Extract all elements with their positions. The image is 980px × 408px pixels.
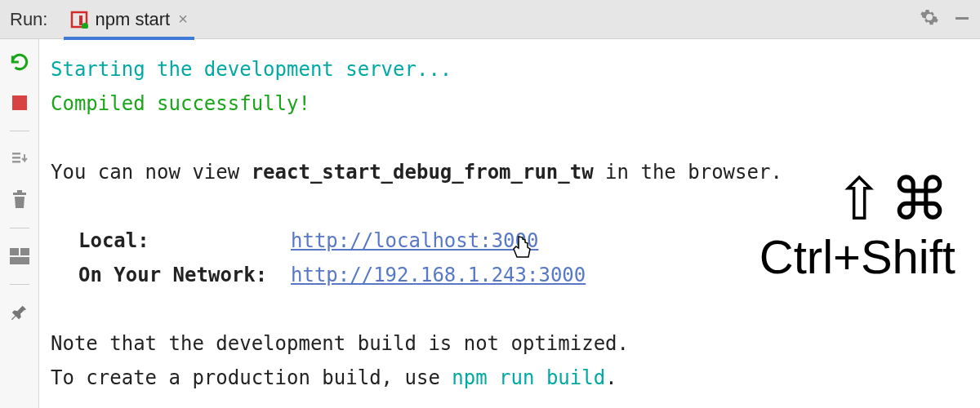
run-panel-header: Run: npm start × [0,0,980,39]
sidebar-divider [10,284,29,285]
console-line-note2: To create a production build, use npm ru… [51,361,973,395]
console-line-view: You can now view react_start_debug_from_… [51,155,973,189]
stop-button[interactable] [7,90,33,116]
console-line-local: Local:http://localhost:3000 [51,224,973,258]
local-label: Local: [78,224,291,258]
sidebar-divider [10,131,29,131]
console-line-note1: Note that the development build is not o… [51,326,973,361]
svg-rect-10 [10,248,19,255]
local-url-link[interactable]: http://localhost:3000 [291,229,538,252]
svg-rect-4 [12,95,27,110]
npm-icon [70,11,88,29]
run-label: Run: [10,9,47,30]
trash-button[interactable] [7,187,33,213]
svg-rect-11 [20,248,29,255]
svg-rect-9 [17,190,22,193]
layout-button[interactable] [7,243,33,269]
run-sidebar [0,39,39,408]
sidebar-divider [10,228,29,228]
network-label: On Your Network: [78,258,291,292]
svg-rect-8 [13,193,26,195]
network-url-link[interactable]: http://192.168.1.243:3000 [291,264,586,286]
tab-name: npm start [95,9,170,30]
scroll-to-end-button[interactable] [7,146,33,172]
project-name: react_start_debug_from_run_tw [252,161,594,184]
svg-rect-1 [79,16,82,25]
svg-rect-3 [956,17,969,20]
pin-button[interactable] [7,299,33,326]
npm-run-build-cmd: npm run build [452,366,605,389]
console-line-network: On Your Network:http://192.168.1.243:300… [51,258,973,292]
svg-rect-12 [10,257,29,264]
run-tab[interactable]: npm start × [64,2,194,40]
gear-icon[interactable] [920,7,939,32]
console-line-starting: Starting the development server... [51,52,973,86]
close-tab-icon[interactable]: × [178,10,188,29]
svg-rect-5 [12,153,20,155]
svg-rect-7 [12,161,20,163]
minimize-icon[interactable] [954,8,970,31]
console-line-compiled: Compiled successfully! [51,86,973,121]
rerun-button[interactable] [7,49,33,75]
console-output: Starting the development server... Compi… [39,39,980,408]
svg-rect-6 [12,157,20,159]
